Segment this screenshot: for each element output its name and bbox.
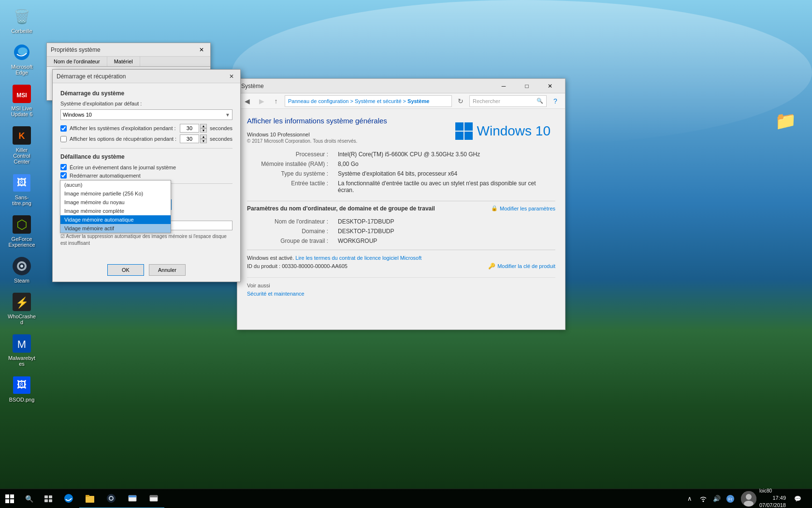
desktop-icon-steam[interactable]: Steam xyxy=(5,254,39,285)
system-window-title: Système xyxy=(241,83,264,90)
show-recovery-input[interactable] xyxy=(180,134,199,143)
taskbar-search-btn[interactable]: 🔍 xyxy=(19,489,39,508)
tray-network-icon[interactable] xyxy=(697,493,709,505)
taskbar-app-explorer2[interactable] xyxy=(122,489,143,508)
edge-icon xyxy=(12,43,31,62)
svg-point-43 xyxy=(744,501,754,507)
show-recovery-down[interactable]: ▼ xyxy=(200,139,207,143)
search-box[interactable]: Rechercher 🔍 xyxy=(469,95,547,107)
modify-link-text[interactable]: Modifier les paramètres xyxy=(500,206,555,211)
svg-text:M: M xyxy=(17,338,26,350)
modify-params-link[interactable]: 🔒 Modifier les paramètres xyxy=(491,205,555,211)
product-key-link[interactable]: Modifier la clé de produit xyxy=(497,263,555,269)
dropdown-item-aucun[interactable]: (aucun) xyxy=(60,180,171,189)
back-btn[interactable]: ◀ xyxy=(241,95,253,107)
tray-avatar-area xyxy=(741,491,756,507)
taskbar-app-steam[interactable] xyxy=(101,489,122,508)
see-also-label: Voir aussi xyxy=(247,283,555,288)
desktop-icon-corbeille[interactable]: 🗑️ Corbeille xyxy=(5,5,39,36)
processor-value: Intel(R) Core(TM) i5-6600K CPU @ 3.50GHz… xyxy=(334,149,555,159)
svg-point-34 xyxy=(110,497,113,500)
system-window: Système ─ □ ✕ ◀ ▶ ↑ Panneau de configura… xyxy=(237,78,566,330)
os-default-label: Système d'exploitation par défaut : xyxy=(60,101,232,106)
desktop-icon-msi[interactable]: MSI MSI Live Update 6 xyxy=(5,82,39,119)
props-titlebar: Propriétés système ✕ xyxy=(47,43,210,57)
minimize-btn[interactable]: ─ xyxy=(493,79,515,93)
start-button[interactable] xyxy=(0,489,19,508)
os-dropdown[interactable]: Windows 10 ▼ xyxy=(60,109,232,120)
maximize-btn[interactable]: □ xyxy=(516,79,538,93)
tray-arrow-icon[interactable]: ∧ xyxy=(684,493,696,505)
dropdown-item-noyau[interactable]: Image mémoire du noyau xyxy=(60,198,171,207)
license-link[interactable]: Lire les termes du contrat de licence lo… xyxy=(295,255,421,261)
props-title: Propriétés système xyxy=(51,46,101,53)
show-os-spinner: ▲ ▼ xyxy=(180,124,207,133)
divider-1 xyxy=(60,148,232,149)
failure-section-label: Défaillance du système xyxy=(60,153,232,160)
taskview-btn[interactable] xyxy=(39,489,58,508)
product-id-value: 00330-80000-00000-AA605 xyxy=(282,263,348,269)
ram-label: Mémoire installée (RAM) : xyxy=(247,159,334,169)
startup-close-btn[interactable]: ✕ xyxy=(227,72,236,81)
steam-label: Steam xyxy=(14,278,29,284)
up-btn[interactable]: ↑ xyxy=(270,95,282,107)
workgroup-header: Paramètres du nom d'ordinateur, de domai… xyxy=(247,205,435,212)
security-link[interactable]: Sécurité et maintenance xyxy=(247,291,304,297)
desktop-icon-malwarebytes[interactable]: M Malwarebytes xyxy=(5,332,39,369)
tray-input-icon[interactable]: Fr xyxy=(725,493,736,505)
geforce-icon: ⬡ xyxy=(12,215,31,234)
props-close-btn[interactable]: ✕ xyxy=(197,45,206,55)
product-key-link-area[interactable]: 🔑 Modifier la clé de produit xyxy=(488,263,555,269)
ok-button[interactable]: OK xyxy=(107,264,144,276)
cancel-button[interactable]: Annuler xyxy=(149,264,186,276)
modify-link-icon: 🔒 xyxy=(491,205,498,211)
type-value: Système d'exploitation 64 bits, processe… xyxy=(334,169,555,179)
refresh-btn[interactable]: ↻ xyxy=(455,95,466,107)
desktop-icon-whocrashed[interactable]: ⚡ WhoCrashed xyxy=(5,290,39,327)
show-recovery-label: Afficher les options de récupération pen… xyxy=(70,136,177,142)
domain-value: DESKTOP-17DBUDP xyxy=(334,226,435,236)
desktop-icon-bsod[interactable]: 🖼 BSOD.png xyxy=(5,374,39,404)
show-recovery-checkbox[interactable] xyxy=(60,136,67,142)
forward-btn[interactable]: ▶ xyxy=(256,95,267,107)
show-recovery-up[interactable]: ▲ xyxy=(200,134,207,139)
dropdown-item-auto[interactable]: Vidage mémoire automatique xyxy=(60,215,171,224)
dropdown-item-partielle[interactable]: Image mémoire partielle (256 Ko) xyxy=(60,189,171,198)
tab-materiel[interactable]: Matériel xyxy=(107,57,140,66)
product-id-label: ID du produit : xyxy=(247,263,280,269)
tray-userinfo: loic80 17:49 07/07/2018 xyxy=(759,488,786,508)
os-default-row: Système d'exploitation par défaut : xyxy=(60,101,232,106)
taskbar-clock: 17:49 07/07/2018 xyxy=(759,494,786,508)
sans-titre-icon: 🖼 xyxy=(12,173,31,193)
taskbar-app-settings[interactable] xyxy=(143,489,164,508)
desktop-icon-edge[interactable]: Microsoft Edge xyxy=(5,41,39,77)
taskbar-app-explorer[interactable] xyxy=(79,489,101,508)
show-recovery-unit: secondes xyxy=(210,136,232,142)
write-event-checkbox[interactable] xyxy=(60,164,67,170)
desktop-icon-geforce[interactable]: ⬡ GeForce Experience xyxy=(5,213,39,250)
show-os-up[interactable]: ▲ xyxy=(200,124,207,128)
svg-rect-23 xyxy=(10,499,14,503)
show-os-checkbox[interactable] xyxy=(60,125,67,132)
close-btn[interactable]: ✕ xyxy=(539,79,561,93)
sys-content: Afficher les informations système généra… xyxy=(237,109,565,305)
svg-rect-31 xyxy=(86,495,89,497)
tray-volume-icon[interactable]: 🔊 xyxy=(711,493,723,505)
desktop-icon-folder-tr[interactable]: 📁 xyxy=(768,111,802,131)
dropdown-item-complete[interactable]: Image mémoire complète xyxy=(60,207,171,215)
taskbar-app-edge[interactable] xyxy=(58,489,79,508)
desktop-icon-sans-titre[interactable]: 🖼 Sans-titre.png xyxy=(5,171,39,208)
tab-nom-ordinateur[interactable]: Nom de l'ordinateur xyxy=(47,57,107,66)
notification-btn[interactable]: 💬 xyxy=(788,489,807,508)
svg-rect-21 xyxy=(10,494,14,498)
auto-restart-checkbox[interactable] xyxy=(60,172,67,179)
msi-label: MSI Live Update 6 xyxy=(7,105,37,117)
dropdown-item-active[interactable]: Vidage mémoire actif xyxy=(60,224,171,233)
startup-dialog: Démarrage et récupération ✕ Démarrage du… xyxy=(52,69,241,282)
svg-rect-27 xyxy=(49,499,52,502)
show-os-input[interactable] xyxy=(180,124,199,133)
desktop-icon-killer[interactable]: K Killer Control Center xyxy=(5,124,39,166)
svg-rect-24 xyxy=(44,495,48,498)
show-os-down[interactable]: ▼ xyxy=(200,128,207,133)
help-btn[interactable]: ? xyxy=(550,95,561,107)
